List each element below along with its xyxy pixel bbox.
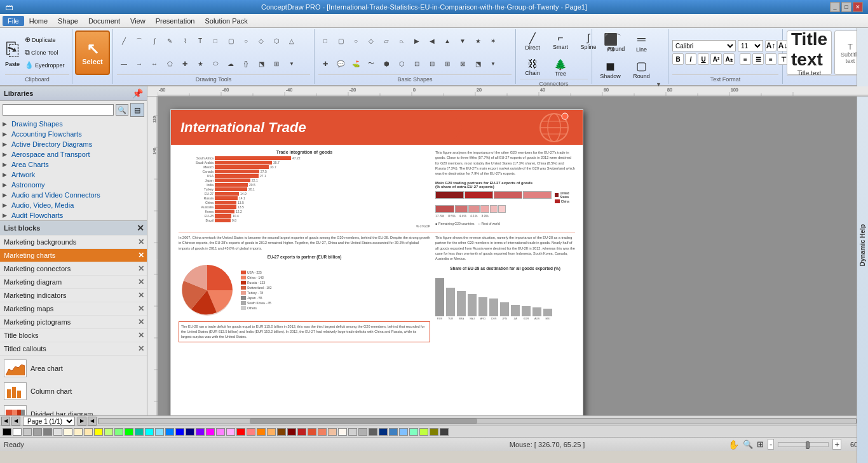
- select-button[interactable]: ↖ Select: [75, 30, 110, 75]
- draw-ellipse-btn[interactable]: ○: [239, 36, 253, 47]
- bold-btn[interactable]: B: [672, 53, 684, 65]
- list-item-marketing-connectors[interactable]: Marketing connectors ✕: [0, 262, 147, 276]
- draw-cylinder-btn[interactable]: ⬭: [208, 58, 222, 69]
- basic-banner[interactable]: ⛳: [349, 58, 363, 69]
- title-text-btn[interactable]: Title text Title text: [787, 30, 832, 75]
- basic-misc2[interactable]: ⬡: [395, 58, 409, 69]
- minimize-btn[interactable]: _: [830, 2, 840, 12]
- thumb-column-chart[interactable]: Column chart: [3, 381, 144, 401]
- basic-ellipse[interactable]: ○: [349, 36, 363, 47]
- list-item-marketing-indicators[interactable]: Marketing indicators ✕: [0, 289, 147, 302]
- close-title-blocks[interactable]: ✕: [138, 331, 144, 340]
- lib-area-charts[interactable]: ▶ Area Charts: [0, 159, 147, 170]
- color-cyan[interactable]: [145, 428, 154, 436]
- scroll-right-side-arrow[interactable]: ◀: [88, 417, 97, 426]
- zoom-out-btn[interactable]: -: [768, 439, 774, 450]
- basic-arrow-d[interactable]: ▼: [456, 36, 470, 47]
- duplicate-button[interactable]: ⊕ Duplicate: [22, 34, 67, 45]
- zoom-in-btn[interactable]: +: [832, 439, 841, 450]
- view-toggle-btn[interactable]: ▤: [130, 103, 144, 117]
- color-slate[interactable]: [389, 428, 398, 436]
- font-family-select[interactable]: Calibri: [672, 40, 736, 51]
- italic-btn[interactable]: I: [685, 53, 696, 65]
- color-salmon[interactable]: [318, 428, 327, 436]
- lib-drawing-shapes[interactable]: ▶ Drawing Shapes: [0, 119, 147, 129]
- tree-connector[interactable]: 🌲 Tree: [548, 57, 573, 79]
- align-left-btn[interactable]: ≡: [740, 53, 751, 65]
- hand-tool-icon[interactable]: ✋: [728, 440, 739, 450]
- menu-shape[interactable]: Shape: [53, 16, 83, 26]
- list-item-marketing-charts[interactable]: Marketing charts ✕: [0, 249, 147, 262]
- color-lime[interactable]: [419, 428, 428, 436]
- basic-misc7[interactable]: ⬔: [471, 58, 485, 69]
- color-beige3[interactable]: [84, 428, 93, 436]
- color-mgray[interactable]: [358, 428, 367, 436]
- list-item-titled-callouts[interactable]: Titled callouts ✕: [0, 342, 147, 356]
- color-teal[interactable]: [135, 428, 144, 436]
- color-dblue2[interactable]: [379, 428, 388, 436]
- menu-presentation[interactable]: Presentation: [151, 16, 200, 26]
- close-marketing-charts[interactable]: ✕: [138, 251, 144, 260]
- scroll-track-h[interactable]: [98, 418, 857, 424]
- close-marketing-indicators[interactable]: ✕: [138, 291, 144, 300]
- subscript-btn[interactable]: A₂: [723, 53, 735, 65]
- close-marketing-backgrounds[interactable]: ✕: [138, 238, 144, 246]
- draw-diamond-btn[interactable]: ◇: [254, 36, 268, 47]
- basic-wave[interactable]: 〜: [364, 58, 378, 69]
- color-lgray2[interactable]: [348, 428, 357, 436]
- chain-connector[interactable]: ⛓ Chain: [520, 57, 545, 79]
- basic-misc1[interactable]: ⬢: [379, 58, 393, 69]
- list-blocks-close[interactable]: ✕: [137, 223, 144, 233]
- color-beige2[interactable]: [74, 428, 83, 436]
- scroll-thumb-h[interactable]: [250, 419, 477, 424]
- zoom-thumb[interactable]: [806, 441, 810, 449]
- close-marketing-pictograms[interactable]: ✕: [138, 318, 144, 326]
- color-dred[interactable]: [287, 428, 296, 436]
- color-navy[interactable]: [186, 428, 194, 436]
- color-lorange[interactable]: [267, 428, 276, 436]
- basic-arrow-r[interactable]: ▶: [410, 36, 424, 47]
- close-marketing-connectors[interactable]: ✕: [138, 264, 144, 273]
- color-gray1[interactable]: [23, 428, 32, 436]
- lib-audio-video-media[interactable]: ▶ Audio, Video, Media: [0, 200, 147, 210]
- basic-misc6[interactable]: ⊠: [456, 58, 470, 69]
- underline-btn[interactable]: U: [698, 53, 709, 65]
- draw-brackets-btn[interactable]: {}: [239, 58, 253, 69]
- thumb-area-chart[interactable]: Area chart: [3, 358, 144, 379]
- list-item-marketing-pictograms[interactable]: Marketing pictograms ✕: [0, 316, 147, 329]
- menu-document[interactable]: Document: [83, 16, 125, 26]
- basic-arrow-u[interactable]: ▲: [440, 36, 454, 47]
- libraries-pin[interactable]: 📌: [132, 88, 143, 98]
- thumb-divided-bar[interactable]: Divided bar diagram: [3, 404, 144, 415]
- shadow-btn[interactable]: ◼ Shadow: [596, 57, 625, 81]
- color-mint[interactable]: [409, 428, 418, 436]
- basic-callout[interactable]: 💬: [334, 58, 348, 69]
- lib-audit-flowcharts[interactable]: ▶ Audit Flowcharts: [0, 210, 147, 220]
- eyedropper-button[interactable]: 💧 Eyedropper: [22, 60, 67, 70]
- color-lred[interactable]: [247, 428, 255, 436]
- color-green[interactable]: [125, 428, 133, 436]
- color-purple[interactable]: [196, 428, 205, 436]
- draw-freehand-btn[interactable]: ✎: [163, 36, 177, 47]
- close-marketing-diagram[interactable]: ✕: [138, 278, 144, 286]
- color-cream[interactable]: [338, 428, 347, 436]
- draw-rect-btn[interactable]: □: [208, 36, 222, 47]
- color-brown[interactable]: [277, 428, 286, 436]
- basic-misc5[interactable]: ⊞: [440, 58, 454, 69]
- color-yellow[interactable]: [94, 428, 103, 436]
- menu-view[interactable]: View: [125, 16, 151, 26]
- draw-misc1-btn[interactable]: ⬔: [254, 58, 268, 69]
- search-input[interactable]: [3, 104, 114, 116]
- basic-diamond[interactable]: ◇: [364, 36, 378, 47]
- view-mode-icon[interactable]: ⊞: [757, 440, 764, 449]
- basic-rounded[interactable]: ▢: [334, 36, 348, 47]
- maximize-btn[interactable]: □: [841, 2, 851, 12]
- color-lgreen1[interactable]: [104, 428, 113, 436]
- superscript-btn[interactable]: A²: [710, 53, 722, 65]
- list-item-title-blocks[interactable]: Title blocks ✕: [0, 329, 147, 342]
- lib-astronomy[interactable]: ▶ Astronomy: [0, 180, 147, 190]
- color-dgray[interactable]: [440, 428, 449, 436]
- draw-pentagon-btn[interactable]: ⬠: [163, 58, 177, 69]
- color-charcoal[interactable]: [369, 428, 377, 436]
- color-sky[interactable]: [399, 428, 408, 436]
